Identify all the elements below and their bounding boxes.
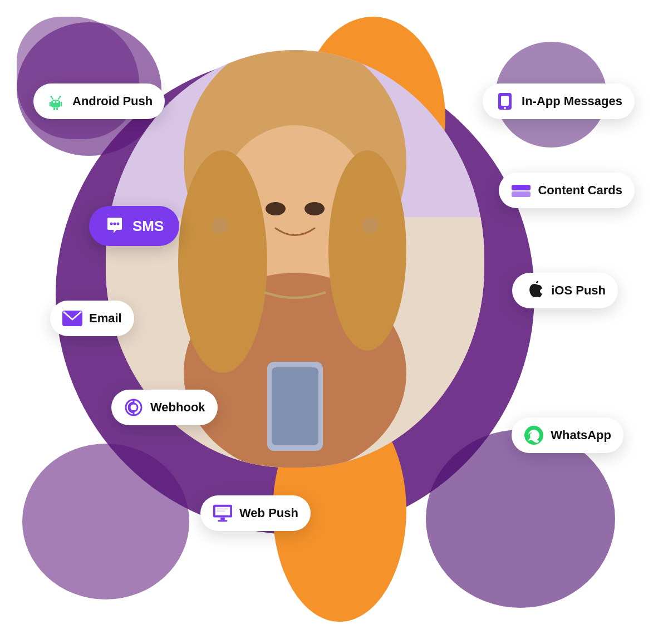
sms-pill[interactable]: SMS — [89, 206, 179, 246]
svg-point-37 — [110, 223, 113, 225]
smartphone-icon — [495, 91, 515, 111]
cards-icon — [511, 180, 531, 200]
webhook-pill[interactable]: Webhook — [111, 390, 218, 425]
ios-push-pill[interactable]: iOS Push — [512, 273, 618, 308]
svg-point-20 — [362, 218, 378, 233]
svg-rect-35 — [512, 185, 531, 190]
android-push-pill[interactable]: Android Push — [33, 83, 165, 119]
svg-point-15 — [266, 202, 286, 215]
svg-point-19 — [212, 218, 228, 233]
ios-push-label: iOS Push — [551, 283, 606, 298]
svg-point-3 — [426, 430, 615, 608]
svg-rect-36 — [512, 191, 531, 197]
apple-icon — [524, 281, 544, 301]
scene: Android Push In-App Messages Content Car… — [0, 0, 668, 644]
content-cards-label: Content Cards — [538, 183, 622, 198]
webhook-icon — [124, 397, 144, 417]
svg-point-16 — [304, 202, 325, 215]
svg-point-14 — [328, 150, 406, 351]
svg-rect-18 — [272, 367, 318, 445]
webhook-label: Webhook — [150, 400, 205, 415]
whatsapp-pill[interactable]: WhatsApp — [512, 417, 623, 453]
svg-rect-33 — [501, 96, 509, 106]
svg-rect-49 — [220, 518, 225, 520]
email-label: Email — [89, 311, 122, 326]
svg-point-13 — [178, 150, 267, 373]
svg-point-34 — [504, 107, 506, 109]
chat-icon — [105, 216, 125, 236]
email-icon — [62, 308, 82, 328]
svg-rect-23 — [56, 107, 58, 110]
svg-point-38 — [114, 223, 116, 225]
android-icon — [46, 91, 66, 111]
svg-point-30 — [53, 101, 55, 103]
svg-point-31 — [56, 101, 58, 103]
svg-rect-51 — [217, 508, 229, 509]
svg-point-42 — [130, 404, 137, 411]
svg-rect-22 — [53, 107, 55, 110]
svg-rect-50 — [218, 520, 227, 522]
web-push-label: Web Push — [239, 506, 298, 520]
blob-extra-bl — [17, 432, 195, 611]
in-app-messages-pill[interactable]: In-App Messages — [483, 83, 635, 119]
monitor-icon — [213, 503, 233, 523]
svg-point-2 — [22, 444, 189, 599]
svg-point-28 — [51, 96, 52, 97]
whatsapp-icon — [524, 425, 544, 445]
email-pill[interactable]: Email — [50, 301, 134, 336]
sms-label: SMS — [132, 218, 164, 235]
svg-point-29 — [60, 96, 61, 97]
svg-point-39 — [117, 223, 120, 225]
whatsapp-label: WhatsApp — [551, 428, 611, 443]
svg-rect-52 — [217, 510, 225, 512]
content-cards-pill[interactable]: Content Cards — [499, 173, 635, 208]
web-push-pill[interactable]: Web Push — [200, 495, 311, 531]
android-push-label: Android Push — [72, 94, 153, 109]
in-app-messages-label: In-App Messages — [522, 94, 622, 109]
